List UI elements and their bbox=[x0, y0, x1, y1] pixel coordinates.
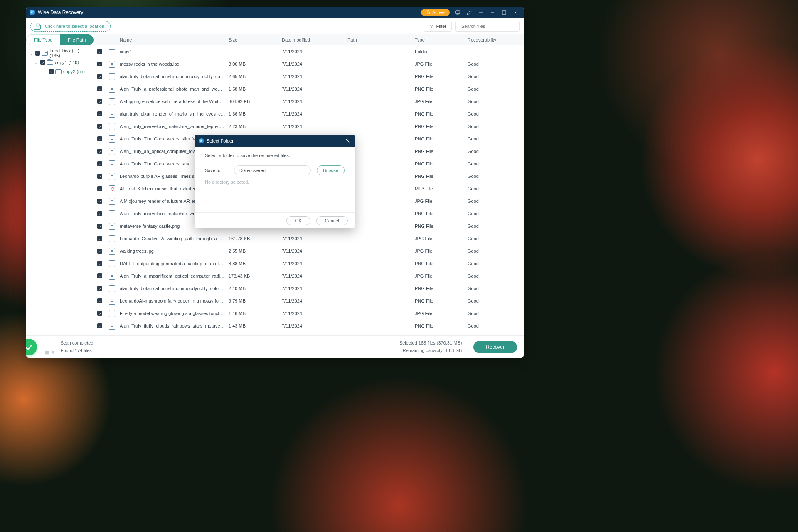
table-row[interactable]: alan.truly_botanical_mushroommoodyrichly… bbox=[94, 282, 524, 295]
checkbox[interactable] bbox=[97, 261, 102, 266]
cell-type: PNG File bbox=[413, 111, 466, 116]
table-row[interactable]: Alan_Truly_fluffy_clouds_rainbows_stars_… bbox=[94, 320, 524, 332]
cell-recover: Good bbox=[466, 186, 524, 191]
table-row[interactable]: Alan_Truly_a_professional_photo_man_and_… bbox=[94, 83, 524, 95]
svg-rect-2 bbox=[502, 10, 506, 14]
cell-size: - bbox=[227, 49, 280, 54]
dialog-close-icon[interactable] bbox=[345, 138, 350, 144]
cell-name: alan.truly_botanical_mushroommoodyrichly… bbox=[118, 286, 227, 291]
table-row[interactable]: Alan_Truly_a_magnificent_optical_compute… bbox=[94, 270, 524, 282]
tab-file-type[interactable]: File Type bbox=[26, 34, 60, 45]
checkbox[interactable] bbox=[97, 311, 102, 316]
checkbox[interactable] bbox=[97, 199, 102, 204]
col-recover[interactable]: Recoverability bbox=[466, 37, 524, 42]
close-icon[interactable] bbox=[513, 10, 519, 15]
checkbox[interactable] bbox=[40, 60, 45, 65]
checkbox[interactable] bbox=[97, 286, 102, 291]
checkbox[interactable] bbox=[97, 298, 102, 303]
checkbox[interactable] bbox=[97, 136, 102, 141]
checkbox[interactable] bbox=[97, 224, 102, 229]
col-name[interactable]: Name bbox=[118, 37, 227, 42]
edit-icon[interactable] bbox=[466, 10, 472, 15]
svg-rect-1 bbox=[456, 10, 460, 13]
minimize-icon[interactable] bbox=[490, 10, 495, 15]
checkbox[interactable] bbox=[97, 49, 102, 54]
cell-recover: Good bbox=[466, 224, 524, 229]
cancel-button[interactable]: Cancel bbox=[316, 216, 348, 225]
table-row[interactable]: Alan_Truly_marvelous_malachite_wonder_le… bbox=[94, 120, 524, 133]
cell-name: A shipping envelope with the address of … bbox=[118, 99, 227, 104]
file-icon bbox=[109, 323, 115, 330]
checkbox[interactable] bbox=[97, 74, 102, 79]
table-row[interactable]: A shipping envelope with the address of … bbox=[94, 95, 524, 108]
cell-recover: Good bbox=[466, 124, 524, 129]
cell-type: PNG File bbox=[413, 286, 466, 291]
table-row[interactable]: LeonardoAI-mushroom fairy queen in a mos… bbox=[94, 295, 524, 307]
filter-button[interactable]: Filter bbox=[424, 21, 452, 32]
search-input[interactable] bbox=[455, 21, 520, 32]
checkbox[interactable] bbox=[97, 99, 102, 104]
cell-date: 7/11/2024 bbox=[280, 124, 346, 129]
pause-icon[interactable]: ▮▮ bbox=[44, 350, 49, 355]
recover-button[interactable]: Recover bbox=[473, 341, 517, 353]
file-icon bbox=[109, 235, 115, 242]
stop-icon[interactable]: ■ bbox=[52, 350, 55, 355]
table-row[interactable]: DALL-E outpainting generated a painting … bbox=[94, 257, 524, 270]
cell-size: 161.78 KB bbox=[227, 236, 280, 241]
table-row[interactable]: walking trees.jpg2.55 MB7/11/2024JPG Fil… bbox=[94, 245, 524, 257]
save-path-input[interactable] bbox=[234, 165, 311, 175]
tree-node[interactable]: copy2 (55) bbox=[29, 67, 91, 76]
checkbox[interactable] bbox=[97, 161, 102, 166]
checkbox[interactable] bbox=[97, 111, 102, 116]
cell-name: Alan_Truly_a_professional_photo_man_and_… bbox=[118, 86, 227, 91]
ok-button[interactable]: OK bbox=[286, 216, 310, 225]
checkbox[interactable] bbox=[97, 249, 102, 254]
cell-date: 7/11/2024 bbox=[280, 49, 346, 54]
browse-button[interactable]: Browse bbox=[317, 165, 345, 175]
chevron-down-icon[interactable]: ⌄ bbox=[30, 51, 34, 56]
menu-icon[interactable] bbox=[478, 10, 484, 15]
search-field[interactable] bbox=[461, 24, 519, 29]
cell-size: 9.79 MB bbox=[227, 298, 280, 303]
table-row[interactable]: Leonardo_Creative_A_winding_path_through… bbox=[94, 232, 524, 245]
cell-type: PNG File bbox=[413, 136, 466, 141]
maximize-icon[interactable] bbox=[501, 10, 507, 15]
cell-type: JPG File bbox=[413, 99, 466, 104]
checkbox[interactable] bbox=[97, 211, 102, 216]
file-icon bbox=[109, 135, 115, 143]
checkbox[interactable] bbox=[35, 51, 40, 56]
col-date[interactable]: Date modified bbox=[280, 37, 346, 42]
col-size[interactable]: Size bbox=[227, 37, 280, 42]
scan-controls[interactable]: ▮▮ ■ bbox=[44, 350, 55, 355]
table-row[interactable]: Firefly-a model wearing glowing sunglass… bbox=[94, 307, 524, 320]
col-type[interactable]: Type bbox=[413, 37, 466, 42]
cell-date: 7/11/2024 bbox=[280, 286, 346, 291]
select-location-button[interactable]: Click here to select a location bbox=[30, 21, 111, 32]
cell-type: PNG File bbox=[413, 323, 466, 328]
checkbox[interactable] bbox=[97, 236, 102, 241]
checkbox[interactable] bbox=[97, 174, 102, 179]
checkbox[interactable] bbox=[97, 273, 102, 278]
tree-node[interactable]: ⌄Local Disk (E:) (165) bbox=[29, 49, 91, 58]
checkbox[interactable] bbox=[97, 186, 102, 191]
table-row[interactable]: copy1-7/11/2024Folder bbox=[94, 45, 524, 58]
checkbox[interactable] bbox=[97, 86, 102, 91]
cell-recover: Good bbox=[466, 174, 524, 179]
table-row[interactable]: mossy rocks in the woods.jpg3.06 MB7/11/… bbox=[94, 58, 524, 70]
checkbox[interactable] bbox=[97, 323, 102, 328]
tree-node[interactable]: ⌄copy1 (110) bbox=[29, 58, 91, 67]
col-path[interactable]: Path bbox=[346, 37, 413, 42]
cell-name: LeonardoAI-mushroom fairy queen in a mos… bbox=[118, 298, 227, 303]
checkbox[interactable] bbox=[97, 149, 102, 154]
chevron-down-icon[interactable]: ⌄ bbox=[34, 60, 39, 65]
checkbox[interactable] bbox=[49, 69, 54, 74]
checkbox[interactable] bbox=[97, 62, 102, 66]
feedback-icon[interactable] bbox=[455, 10, 461, 15]
table-row[interactable]: alan.truly_pixar_render_of_mario_smiling… bbox=[94, 108, 524, 120]
license-badge[interactable]: Active bbox=[421, 9, 450, 16]
checkbox[interactable] bbox=[97, 124, 102, 129]
table-row[interactable]: alan.truly_botanical_mushroom_moody_rich… bbox=[94, 70, 524, 83]
app-logo-icon: ✔ bbox=[30, 10, 35, 15]
cell-type: JPG File bbox=[413, 236, 466, 241]
tab-file-path[interactable]: File Path bbox=[60, 34, 94, 45]
